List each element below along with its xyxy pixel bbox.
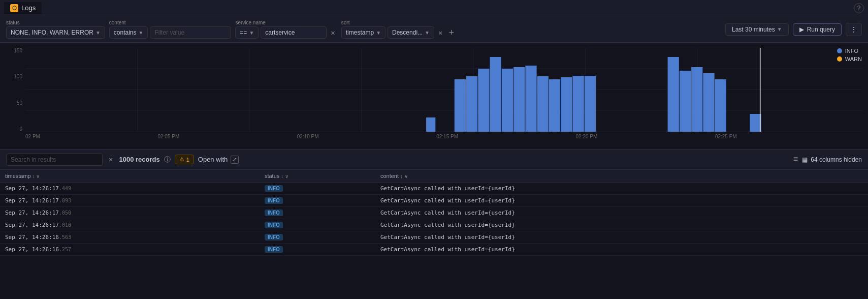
cell-timestamp-0: Sep 27, 14:26:17.449 — [0, 183, 260, 195]
logs-tab[interactable]: ⬡ Logs — [4, 2, 42, 14]
x-label-0225pm: 02:25 PM — [715, 134, 737, 139]
content-col-chevron-icon: ∨ — [404, 173, 408, 179]
svg-rect-16 — [502, 69, 513, 132]
legend-warn-label: WARN — [845, 56, 862, 62]
timestamp-sort-icon: ↕ — [33, 174, 35, 179]
legend-warn: WARN — [837, 56, 862, 62]
content-filter-label: content — [109, 20, 232, 25]
status-badge-3: INFO — [265, 222, 283, 228]
service-filter-group: service.name == ▼ ✕ — [235, 20, 337, 39]
svg-rect-20 — [549, 79, 560, 132]
table-row[interactable]: Sep 27, 14:26:17.093 INFO GetCartAsync c… — [0, 195, 868, 207]
columns-hidden-button[interactable]: ▦ 64 columns hidden — [802, 156, 862, 163]
table-body: Sep 27, 14:26:17.449 INFO GetCartAsync c… — [0, 183, 868, 256]
svg-rect-24 — [668, 57, 679, 132]
chart-area[interactable] — [25, 48, 863, 132]
svg-rect-12 — [455, 79, 466, 132]
content-filter-input[interactable] — [150, 26, 231, 39]
time-range-button[interactable]: Last 30 minutes ▼ — [725, 23, 789, 36]
service-operator-button[interactable]: == ▼ — [235, 26, 259, 39]
cell-status-5: INFO — [260, 244, 375, 256]
search-in-results-input[interactable] — [6, 154, 103, 166]
cell-timestamp-3: Sep 27, 14:26:17.010 — [0, 219, 260, 231]
status-badge-1: INFO — [265, 197, 283, 204]
col-status[interactable]: status ↕ ∨ — [260, 170, 375, 183]
legend-info-dot — [837, 48, 842, 53]
y-label-100: 100 — [4, 74, 22, 79]
sort-field-chevron-icon: ▼ — [376, 30, 381, 36]
status-badge-0: INFO — [265, 185, 283, 192]
sort-order-chevron-icon: ▼ — [425, 30, 430, 36]
cell-timestamp-4: Sep 27, 14:26:16.563 — [0, 231, 260, 244]
content-operator-chevron-icon: ▼ — [139, 30, 144, 36]
x-label-02pm: 02 PM — [25, 134, 40, 139]
sort-order-value: Descendi... — [392, 29, 423, 36]
cell-content-0: GetCartAsync called with userId={userId} — [375, 183, 868, 195]
add-filter-button[interactable]: + — [446, 26, 456, 39]
run-query-button[interactable]: ▶ Run query — [793, 23, 842, 36]
status-badge-4: INFO — [265, 234, 283, 241]
cell-timestamp-1: Sep 27, 14:26:17.093 — [0, 195, 260, 207]
status-badge-5: INFO — [265, 246, 283, 253]
help-button[interactable]: ? — [854, 3, 864, 13]
content-filter-group: content contains ▼ — [109, 20, 232, 39]
svg-rect-25 — [680, 71, 691, 132]
svg-rect-29 — [750, 114, 761, 132]
run-play-icon: ▶ — [799, 26, 804, 33]
service-operator-chevron-icon: ▼ — [249, 30, 254, 36]
sort-clear-button[interactable]: ✕ — [436, 27, 444, 38]
table-row[interactable]: Sep 27, 14:26:17.010 INFO GetCartAsync c… — [0, 219, 868, 231]
table-row[interactable]: Sep 27, 14:26:17.050 INFO GetCartAsync c… — [0, 207, 868, 219]
open-with-icon: ⤢ — [231, 156, 239, 164]
cell-content-4: GetCartAsync called with userId={userId} — [375, 231, 868, 244]
svg-rect-19 — [537, 76, 549, 132]
sort-order-button[interactable]: Descendi... ▼ — [388, 26, 434, 39]
cell-content-2: GetCartAsync called with userId={userId} — [375, 207, 868, 219]
table-row[interactable]: Sep 27, 14:26:16.563 INFO GetCartAsync c… — [0, 231, 868, 244]
chart-legend: INFO WARN — [837, 48, 862, 62]
cell-status-3: INFO — [260, 219, 375, 231]
col-content[interactable]: content ↕ ∨ — [375, 170, 868, 183]
logs-tab-icon: ⬡ — [10, 4, 18, 12]
timestamp-chevron-icon: ∨ — [36, 173, 40, 179]
col-timestamp[interactable]: timestamp ↕ ∨ — [0, 170, 260, 183]
legend-info: INFO — [837, 48, 862, 54]
warning-badge[interactable]: ⚠ 1 — [175, 155, 194, 164]
open-with-button[interactable]: Open with ⤢ — [198, 156, 239, 164]
service-filter-control: == ▼ ✕ — [235, 26, 337, 39]
status-filter-group: status NONE, INFO, WARN, ERROR ▼ — [6, 20, 105, 39]
content-operator-value: contains — [114, 29, 137, 36]
open-with-label: Open with — [198, 156, 228, 163]
content-operator-button[interactable]: contains ▼ — [109, 26, 148, 39]
service-filter-input[interactable] — [261, 26, 327, 39]
svg-rect-14 — [478, 69, 489, 132]
service-operator-value: == — [240, 29, 247, 36]
table-row[interactable]: Sep 27, 14:26:16.257 INFO GetCartAsync c… — [0, 244, 868, 256]
sort-field-value: timestamp — [346, 29, 374, 36]
service-filter-label: service.name — [235, 20, 337, 25]
cell-status-0: INFO — [260, 183, 375, 195]
records-info-icon[interactable]: ⓘ — [164, 155, 171, 164]
chart-y-labels: 150 100 50 0 — [4, 48, 22, 132]
content-filter-control: contains ▼ — [109, 26, 232, 39]
cell-status-1: INFO — [260, 195, 375, 207]
table-row[interactable]: Sep 27, 14:26:17.449 INFO GetCartAsync c… — [0, 183, 868, 195]
cell-timestamp-2: Sep 27, 14:26:17.050 — [0, 207, 260, 219]
search-clear-button[interactable]: ✕ — [107, 154, 115, 165]
service-filter-clear-button[interactable]: ✕ — [329, 27, 337, 38]
svg-rect-27 — [703, 73, 714, 132]
status-badge-2: INFO — [265, 210, 283, 216]
more-options-button[interactable]: ⋮ — [846, 23, 862, 36]
sort-field-button[interactable]: timestamp ▼ — [341, 26, 385, 39]
filter-columns-icon[interactable]: ≡ — [793, 155, 798, 164]
status-filter-label: status — [6, 20, 105, 25]
cell-timestamp-5: Sep 27, 14:26:16.257 — [0, 244, 260, 256]
svg-rect-11 — [426, 117, 435, 132]
logs-tab-label: Logs — [21, 4, 36, 12]
svg-rect-22 — [572, 76, 584, 132]
sort-control: timestamp ▼ Descendi... ▼ ✕ + — [341, 26, 456, 39]
status-filter-button[interactable]: NONE, INFO, WARN, ERROR ▼ — [6, 26, 105, 39]
x-label-0205pm: 02:05 PM — [157, 134, 179, 139]
cell-status-4: INFO — [260, 231, 375, 244]
legend-warn-dot — [837, 56, 842, 62]
